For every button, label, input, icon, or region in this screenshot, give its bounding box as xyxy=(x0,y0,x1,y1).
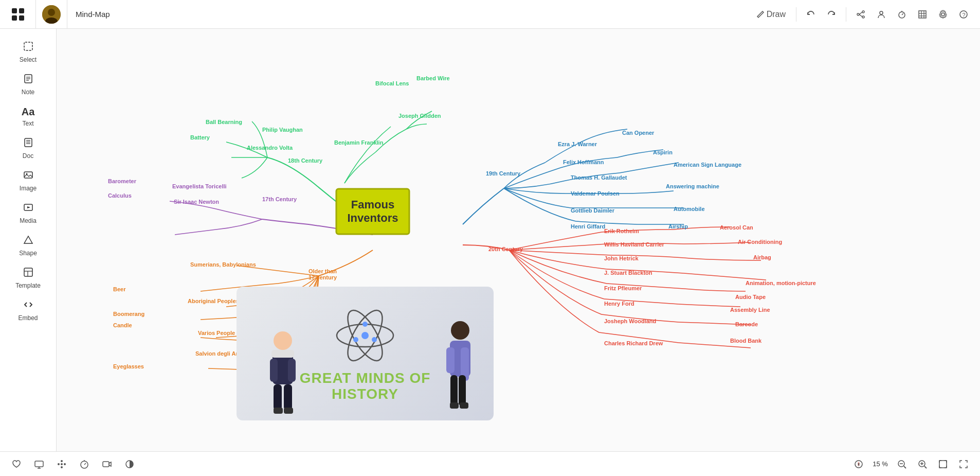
svg-rect-52 xyxy=(271,350,294,358)
node-ezra: Ezra J. Warner xyxy=(558,141,597,147)
help-button[interactable]: ? xyxy=(955,6,972,23)
logo-area[interactable] xyxy=(0,0,36,28)
bottombar-left xyxy=(0,456,146,472)
node-henri: Henri Giffard xyxy=(571,223,605,230)
timer-bottom-icon xyxy=(79,459,89,469)
sidebar-item-doc[interactable]: Doc xyxy=(5,133,51,164)
node-sumerians: Sumerians, Babylonians xyxy=(190,261,256,268)
node-thomas: Thomas H. Gallaudet xyxy=(571,174,627,181)
node-philip-vaughan: Philip Vaughan xyxy=(262,127,303,133)
topbar-right: Draw ? xyxy=(744,6,980,23)
compass-button[interactable] xyxy=(850,456,867,472)
undo-button[interactable] xyxy=(803,6,819,23)
node-automobile: Automobile xyxy=(674,206,705,212)
svg-point-66 xyxy=(64,463,66,465)
svg-rect-34 xyxy=(24,268,32,276)
svg-line-71 xyxy=(84,463,86,465)
svg-rect-57 xyxy=(450,375,458,406)
svg-rect-58 xyxy=(459,375,466,406)
sidebar-item-select[interactable]: Select xyxy=(5,37,51,67)
node-aboriginal: Aboriginal Peoples xyxy=(188,298,239,304)
share-button[interactable] xyxy=(852,6,869,23)
sidebar-item-shape[interactable]: Shape xyxy=(5,231,51,261)
timer-button[interactable] xyxy=(894,6,910,23)
central-node[interactable]: FamousInventors xyxy=(335,188,410,235)
node-calculus: Calculus xyxy=(108,192,132,199)
bottombar-right: 15 % xyxy=(842,456,980,472)
svg-rect-85 xyxy=(939,461,947,468)
node-boomerang: Boomerang xyxy=(113,311,144,317)
like-button[interactable] xyxy=(8,456,25,472)
settings-icon xyxy=(938,10,948,19)
node-barcode: Barcode xyxy=(735,321,758,327)
video-button[interactable] xyxy=(99,456,115,472)
svg-rect-55 xyxy=(446,347,455,373)
node-candle: Candle xyxy=(113,322,132,328)
node-alessandro-volta: Alessandro Volta xyxy=(247,145,293,151)
node-battery: Battery xyxy=(190,134,210,140)
node-fritz: Fritz Pfleumer xyxy=(604,285,642,291)
sidebar-item-template-label: Template xyxy=(15,282,41,289)
fit-icon xyxy=(938,459,948,469)
node-woodland: Josheph Woodland xyxy=(604,318,656,324)
divider2 xyxy=(846,7,846,22)
svg-point-3 xyxy=(862,11,864,13)
zoom-out-button[interactable] xyxy=(894,456,910,472)
node-j-stuart: J. Stuart Blackton xyxy=(604,270,652,276)
sidebar-item-media-label: Media xyxy=(20,217,37,224)
move-button[interactable] xyxy=(53,456,70,472)
video-icon xyxy=(102,459,112,469)
fit-button[interactable] xyxy=(935,456,951,472)
sidebar-item-image[interactable]: Image xyxy=(5,166,51,196)
svg-line-80 xyxy=(904,466,906,468)
canvas[interactable]: FamousInventors 18th Century Benjamin Fr… xyxy=(57,29,980,451)
sidebar-item-embed-label: Embed xyxy=(18,314,38,322)
timer-icon xyxy=(897,10,906,19)
node-barometer: Barometer xyxy=(108,178,136,184)
user-button[interactable] xyxy=(873,6,890,23)
node-felix: Felix Hoffmann xyxy=(563,159,604,165)
sidebar-item-embed[interactable]: Embed xyxy=(5,295,51,326)
screen-icon xyxy=(34,459,44,469)
sidebar-item-note[interactable]: Note xyxy=(5,69,51,100)
svg-rect-49 xyxy=(284,384,292,410)
node-18c-label: 18th Century xyxy=(288,157,322,164)
settings-button[interactable] xyxy=(935,6,951,23)
fullscreen-icon xyxy=(958,459,969,469)
sidebar-item-doc-label: Doc xyxy=(23,152,33,160)
svg-point-5 xyxy=(857,13,859,15)
avatar[interactable] xyxy=(42,5,61,24)
sidebar-item-text[interactable]: Aa Text xyxy=(5,102,51,131)
node-asl: American Sign Language xyxy=(674,162,741,168)
node-17c-label: 17th Century xyxy=(262,196,297,202)
fullscreen-button[interactable] xyxy=(955,456,972,472)
redo-button[interactable] xyxy=(823,6,840,23)
screen-button[interactable] xyxy=(31,456,47,472)
illustration: GREAT MINDS OF HISTORY xyxy=(237,287,494,420)
sidebar-item-media[interactable]: Media xyxy=(5,198,51,228)
note-icon xyxy=(23,74,33,86)
svg-marker-33 xyxy=(24,236,32,243)
sidebar-item-image-label: Image xyxy=(20,185,37,192)
table-button[interactable] xyxy=(914,6,931,23)
svg-point-53 xyxy=(451,321,469,340)
draw-button[interactable]: Draw xyxy=(752,6,790,23)
svg-rect-48 xyxy=(274,384,282,410)
compass-icon xyxy=(854,459,864,469)
node-audio-tape: Audio Tape xyxy=(735,294,766,300)
atom-graphic xyxy=(334,305,396,366)
sidebar: Select Note Aa Text Doc Image Media Shap… xyxy=(0,29,57,476)
svg-point-65 xyxy=(58,463,60,465)
mindmap-svg xyxy=(57,29,980,451)
zoom-in-button[interactable] xyxy=(914,456,931,472)
image-icon xyxy=(23,170,33,183)
draw-label: Draw xyxy=(767,10,786,19)
svg-point-64 xyxy=(61,463,63,465)
theme-button[interactable] xyxy=(121,456,138,472)
shape-icon xyxy=(23,235,33,248)
logo-icon xyxy=(12,8,24,21)
bottombar: 15 % xyxy=(0,451,980,476)
sidebar-item-template[interactable]: Template xyxy=(5,263,51,293)
timer-bottom-button[interactable] xyxy=(76,456,93,472)
svg-rect-50 xyxy=(274,408,283,414)
